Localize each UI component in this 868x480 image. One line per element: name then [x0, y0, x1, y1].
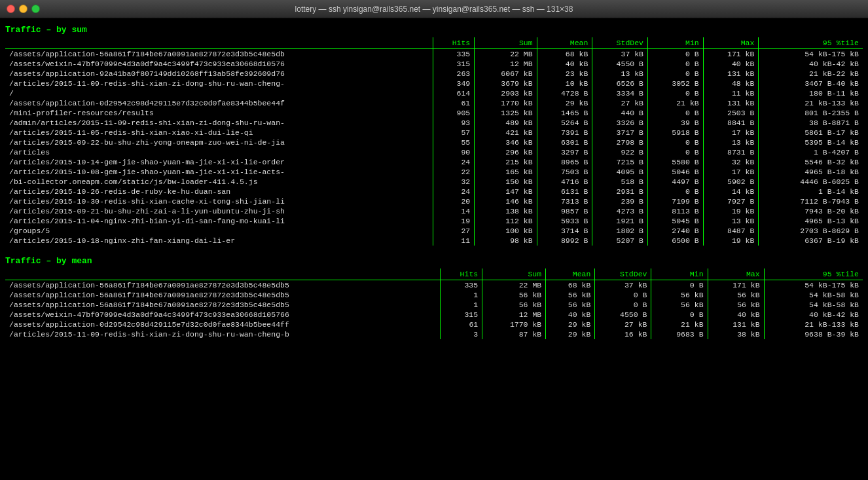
section1-table: Hits Sum Mean StdDev Min Max 95 %tile /a… [5, 37, 863, 246]
col-sum2: Sum [482, 268, 546, 280]
min-cell: 4497 B [648, 177, 704, 187]
max-cell: 131 kB [708, 320, 764, 329]
stddev-cell: 2931 B [592, 187, 648, 196]
window-title: lottery — ssh yinsigan@rails365.net — yi… [295, 5, 573, 14]
min-cell: 0 B [648, 138, 704, 147]
stddev-cell: 4095 B [592, 167, 648, 177]
min-cell: 0 B [648, 108, 704, 118]
tile-cell: 5395 B-14 kB [759, 138, 863, 147]
url-cell: /articles/2015-11-09-redis-shi-xian-zi-d… [5, 329, 440, 339]
mean-cell: 8992 B [537, 236, 592, 246]
hits-cell: 335 [440, 280, 482, 291]
col-min: Min [648, 37, 704, 49]
stddev-cell: 440 B [592, 108, 648, 118]
tile-cell: 38 B-8871 B [759, 118, 863, 128]
sum-cell: 22 MB [482, 280, 546, 291]
table-row: / 614 2903 kB 4728 B 3334 B 0 B 11 kB 18… [5, 88, 863, 98]
window-controls[interactable] [7, 5, 40, 13]
sum-cell: 296 kB [475, 147, 537, 157]
tile-cell: 40 kB-42 kB [764, 310, 863, 320]
section1-title: Traffic – by sum [5, 21, 863, 37]
sum-cell: 3679 kB [475, 79, 537, 88]
table-row: /articles/2015-10-26-redis-de-ruby-ke-hu… [5, 187, 863, 196]
max-cell: 40 kB [703, 59, 759, 69]
table-row: /articles/2015-10-08-gem-jie-shao-yuan-m… [5, 167, 863, 177]
min-cell: 0 B [648, 88, 704, 98]
hits-cell: 20 [433, 196, 475, 206]
tile-cell: 2703 B-8629 B [759, 226, 863, 236]
url-cell: /bi-collector.oneapm.com/static/js/bw-lo… [5, 177, 433, 187]
stddev-cell: 27 kB [592, 98, 648, 108]
min-cell: 0 B [648, 49, 704, 60]
url-cell: /articles/2015-09-22-bu-shu-zhi-yong-one… [5, 138, 433, 147]
max-cell: 48 kB [703, 79, 759, 88]
mean-cell: 6131 B [537, 187, 592, 196]
hits-cell: 14 [433, 206, 475, 216]
max-cell: 2503 B [703, 108, 759, 118]
sum-cell: 22 MB [475, 49, 537, 60]
close-button[interactable] [7, 5, 15, 13]
min-cell: 0 B [648, 69, 704, 79]
table-row: /assets/application-56a861f7184be67a0091… [5, 290, 863, 300]
hits-cell: 1 [440, 290, 482, 300]
stddev-cell: 27 kB [595, 320, 651, 329]
min-cell: 5580 B [648, 157, 704, 167]
table-row: /articles/2015-11-09-redis-shi-xian-zi-d… [5, 329, 863, 339]
min-cell: 9683 B [651, 329, 708, 339]
url-cell: /articles/2015-10-14-gem-jie-shao-yuan-m… [5, 157, 433, 167]
tile-cell: 54 kB-175 kB [759, 49, 863, 60]
minimize-button[interactable] [19, 5, 27, 13]
min-cell: 56 kB [651, 290, 708, 300]
sum-cell: 6067 kB [475, 69, 537, 79]
min-cell: 5045 B [648, 216, 704, 226]
tile-cell: 1 B-14 kB [759, 187, 863, 196]
sum-cell: 147 kB [475, 187, 537, 196]
tile-cell: 4446 B-6025 B [759, 177, 863, 187]
mean-cell: 6301 B [537, 138, 592, 147]
maximize-button[interactable] [31, 5, 40, 13]
min-cell: 6500 B [648, 236, 704, 246]
mean-cell: 1465 B [537, 108, 592, 118]
stddev-cell: 16 kB [595, 329, 651, 339]
max-cell: 131 kB [703, 69, 759, 79]
url-cell: / [5, 88, 433, 98]
stddev-cell: 518 B [592, 177, 648, 187]
url-cell: /assets/application-0d29542c98d429115e7d… [5, 320, 440, 329]
tile-cell: 21 kB-133 kB [764, 320, 863, 329]
stddev-cell: 37 kB [595, 280, 651, 291]
url-cell: /assets/weixin-47bf07099e4d3a0df9a4c3499… [5, 310, 440, 320]
table-row: /assets/application-0d29542c98d429115e7d… [5, 98, 863, 108]
col-max: Max [703, 37, 759, 49]
table-row: /assets/weixin-47bf07099e4d3a0df9a4c3499… [5, 59, 863, 69]
table-row: /assets/application-0d29542c98d429115e7d… [5, 320, 863, 329]
stddev-cell: 4550 B [592, 59, 648, 69]
stddev-cell: 0 B [595, 290, 651, 300]
section2-table: Hits Sum Mean StdDev Min Max 95 %tile /a… [5, 268, 863, 339]
max-cell: 38 kB [708, 329, 764, 339]
table-row: /assets/application-56a861f7184be67a0091… [5, 300, 863, 310]
mean-cell: 68 kB [537, 49, 592, 60]
url-cell: /articles/2015-09-21-bu-shu-zhi-zai-a-li… [5, 206, 433, 216]
min-cell: 21 kB [648, 98, 704, 108]
hits-cell: 61 [433, 98, 475, 108]
tile-cell: 54 kB-58 kB [764, 300, 863, 310]
url-cell: /assets/application-56a861f7184be67a0091… [5, 290, 440, 300]
max-cell: 19 kB [703, 236, 759, 246]
url-cell: /assets/application-92a41ba0f807149dd102… [5, 69, 433, 79]
tile-cell: 54 kB-58 kB [764, 290, 863, 300]
col-hits2: Hits [440, 268, 482, 280]
tile-cell: 5546 B-32 kB [759, 157, 863, 167]
mean-cell: 40 kB [546, 310, 595, 320]
hits-cell: 24 [433, 157, 475, 167]
tile-cell: 5861 B-17 kB [759, 128, 863, 138]
section2-title: Traffic – by mean [5, 252, 863, 268]
mean-cell: 5264 B [537, 118, 592, 128]
min-cell: 0 B [651, 280, 708, 291]
table-row: /articles/2015-11-09-redis-shi-xian-zi-d… [5, 79, 863, 88]
max-cell: 8487 B [703, 226, 759, 236]
max-cell: 19 kB [703, 206, 759, 216]
hits-cell: 315 [433, 59, 475, 69]
col-mean: Mean [537, 37, 592, 49]
col-url2 [5, 268, 440, 280]
title-bar: lottery — ssh yinsigan@rails365.net — yi… [0, 0, 868, 18]
